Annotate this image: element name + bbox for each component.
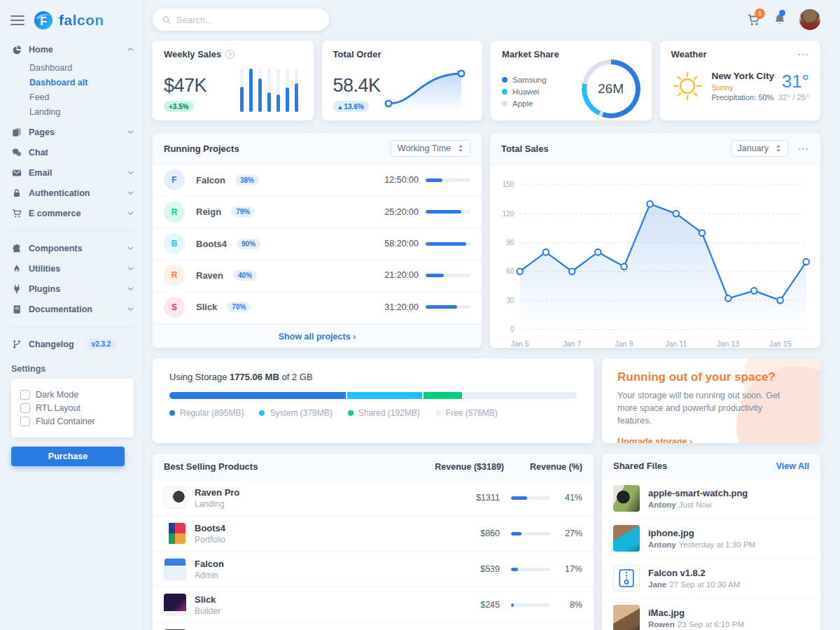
notification-dot	[779, 10, 785, 16]
weather-title: Weather	[671, 49, 707, 59]
weather-range: 32° / 25°	[778, 93, 809, 102]
project-name: Falcon	[196, 175, 225, 186]
search-box[interactable]	[153, 8, 329, 31]
nav-divider	[11, 230, 132, 231]
project-row-falcon: FFalcon38%12:50:00	[153, 164, 482, 196]
sidebar-item-e-commerce[interactable]: E commerce	[0, 203, 144, 223]
product-category: Admin	[195, 570, 224, 580]
product-revenue: $539	[423, 564, 500, 574]
chevron-down-icon	[127, 265, 134, 272]
svg-text:Jan 9: Jan 9	[615, 340, 633, 348]
mini-bar	[249, 69, 253, 112]
hamburger-menu-icon[interactable]	[10, 13, 24, 28]
project-time: 58:20:00	[384, 239, 419, 248]
fire-icon	[11, 264, 22, 274]
storage-title: Using Storage 1775.06 MB of 2 GB	[169, 372, 577, 382]
cart-button[interactable]: 1	[747, 13, 760, 27]
checkbox-dark-mode[interactable]: Dark Mode	[20, 390, 125, 400]
month-select[interactable]: January	[731, 140, 788, 157]
product-revenue-bar	[511, 568, 550, 571]
total-order-value: 58.4K	[333, 75, 381, 97]
checkbox-box[interactable]	[20, 390, 30, 400]
total-order-title: Total Order	[333, 49, 382, 59]
project-progress-bar	[426, 305, 470, 309]
sidebar-subitem-dashboard-alt[interactable]: Dashboard alt	[0, 75, 144, 90]
project-name: Boots4	[196, 239, 227, 249]
sidebar-subitem-feed[interactable]: Feed	[0, 90, 144, 104]
purchase-button[interactable]: Purchase	[11, 447, 125, 466]
product-row-raven-pro: Raven ProLanding$131141%	[153, 480, 594, 516]
bottom-row: Best Selling Products Revenue ($3189) Re…	[153, 454, 820, 630]
checkbox-box[interactable]	[20, 416, 30, 426]
sidebar-subitem-landing[interactable]: Landing	[0, 104, 144, 119]
market-share-title: Market Share	[502, 49, 559, 59]
best-selling-card: Best Selling Products Revenue ($3189) Re…	[153, 454, 594, 630]
shared-files-card: Shared Files View All apple-smart-watch.…	[602, 454, 820, 630]
total-sales-menu-icon[interactable]: ···	[798, 144, 809, 154]
file-row-apple-smart-watch-png[interactable]: apple-smart-watch.pngAntonyJust Now	[602, 479, 820, 519]
help-icon[interactable]: ?	[225, 50, 234, 59]
mini-bar	[267, 69, 271, 112]
notifications-button[interactable]	[774, 13, 786, 26]
checkbox-box[interactable]	[20, 403, 30, 413]
brand-logo[interactable]: F falcon	[33, 10, 104, 31]
working-time-select[interactable]: Working Time	[391, 140, 470, 157]
show-all-projects-link[interactable]: Show all projects ›	[279, 332, 356, 342]
branch-icon	[11, 340, 22, 349]
sidebar-item-home[interactable]: Home	[0, 39, 144, 59]
product-name: Slick	[195, 594, 220, 605]
weather-card: Weather ··· New York City Sunny Precipit…	[660, 41, 821, 120]
sidebar-item-email[interactable]: Email	[0, 162, 144, 183]
chart-pie-icon	[11, 45, 22, 55]
user-avatar[interactable]	[799, 9, 820, 30]
storage-segment	[169, 392, 346, 399]
weather-menu-icon[interactable]: ···	[798, 49, 809, 59]
file-time: Just Now	[679, 500, 712, 509]
file-row-falcon-v1-8-2[interactable]: Falcon v1.8.2Jane27 Sep at 10:30 AM	[602, 559, 820, 598]
sidebar-item-documentation[interactable]: Documentation	[0, 299, 144, 319]
sidebar-item-plugins[interactable]: Plugins	[0, 279, 144, 299]
project-name: Slick	[196, 302, 217, 312]
sidebar-item-utilities[interactable]: Utilities	[0, 258, 144, 279]
sidebar-item-label: Pages	[29, 127, 55, 137]
project-row-raven: RRaven40%21:20:00	[153, 260, 482, 291]
file-row-iphone-jpg[interactable]: iphone.jpgAntonyYesterday at 1:30 PM	[602, 519, 820, 559]
running-projects-list: FFalcon38%12:50:00RReign79%25:20:00BBoot…	[153, 164, 482, 323]
dashboard-page: F falcon HomeDashboardDashboard altFeedL…	[0, 0, 840, 630]
file-row-imac-jpg[interactable]: iMac.jpgRowen23 Sep at 6:10 PM	[602, 598, 820, 630]
svg-text:120: 120	[503, 210, 514, 218]
project-row-reign: RReign79%25:20:00	[153, 196, 482, 227]
book-icon	[11, 304, 22, 314]
caret-up-icon	[338, 106, 342, 109]
sidebar-item-changelog[interactable]: Changelogv2.3.2	[0, 334, 144, 354]
project-time: 31:20:00	[384, 302, 419, 312]
project-name: Raven	[196, 270, 223, 281]
file-thumbnail	[613, 565, 640, 592]
sidebar-item-label: Changelog	[29, 340, 74, 349]
storage-segment	[424, 392, 461, 399]
checkbox-rtl-layout[interactable]: RTL Layout	[20, 403, 125, 413]
sidebar-item-components[interactable]: Components	[0, 238, 144, 258]
sidebar-submenu: DashboardDashboard altFeedLanding	[0, 59, 144, 122]
storage-legend: Regular (895MB)System (379MB)Shared (192…	[169, 408, 577, 418]
search-input[interactable]	[176, 15, 319, 25]
sidebar-item-chat[interactable]: Chat	[0, 142, 144, 162]
file-time: 27 Sep at 10:30 AM	[669, 580, 740, 589]
sidebar-item-authentication[interactable]: Authentication	[0, 183, 144, 203]
storage-legend-item: System (379MB)	[259, 408, 332, 418]
sidebar-item-pages[interactable]: Pages	[0, 122, 144, 142]
product-name: Boots4	[195, 523, 225, 533]
upgrade-storage-link[interactable]: Upgrade storage ›	[617, 437, 692, 443]
svg-text:F: F	[40, 15, 47, 27]
market-share-card: Market Share SamsungHuaweiApple 26M	[491, 41, 652, 120]
sidebar-item-label: Utilities	[29, 264, 60, 274]
view-all-link[interactable]: View All	[776, 461, 809, 471]
falcon-logo-icon: F	[33, 10, 54, 31]
legend-item-samsung: Samsung	[502, 76, 547, 84]
project-progress-badge: 70%	[227, 302, 251, 312]
svg-text:0: 0	[510, 326, 514, 333]
sidebar-subitem-dashboard[interactable]: Dashboard	[0, 60, 144, 75]
file-thumbnail	[613, 525, 640, 552]
product-revenue-bar	[511, 603, 550, 607]
checkbox-fluid-container[interactable]: Fluid Container	[20, 416, 125, 426]
